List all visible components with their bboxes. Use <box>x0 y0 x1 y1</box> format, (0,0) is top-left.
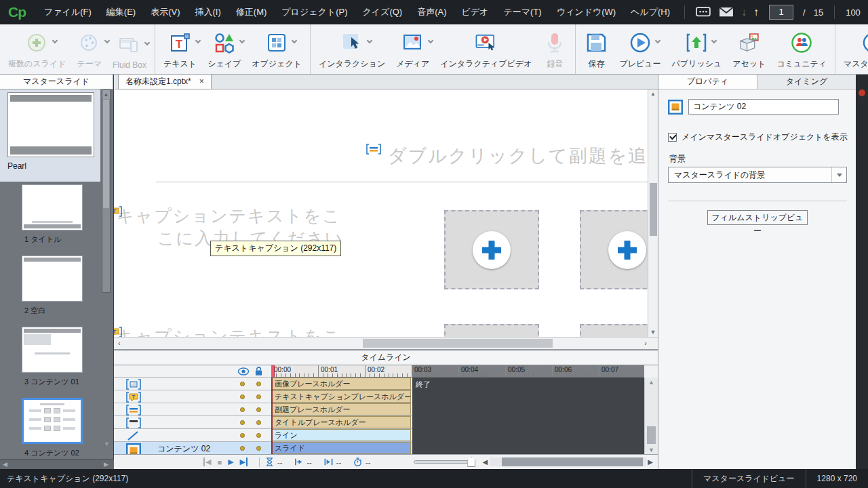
interactive-video-button[interactable]: インタラクティブビデオ <box>435 24 537 74</box>
stop-button[interactable]: ■ <box>217 458 222 466</box>
document-tab[interactable]: 名称未設定1.cptx* × <box>118 75 212 89</box>
visibility-dot[interactable] <box>240 394 245 399</box>
lock-dot[interactable] <box>256 446 261 451</box>
timeline-object-bar[interactable]: スライド <box>271 442 411 454</box>
play-button[interactable]: ▶ <box>228 458 233 466</box>
panel-indicator-icon[interactable] <box>859 89 865 96</box>
timeline-object-bar[interactable]: 副題プレースホルダー <box>271 403 411 415</box>
scroll-down-icon[interactable]: ▼ <box>648 329 658 336</box>
stopwatch-counter[interactable]: -- <box>353 458 370 466</box>
play-range-counter[interactable]: -- <box>324 458 341 466</box>
community-button[interactable]: コミュニティ <box>771 24 832 74</box>
menu-item[interactable]: 挿入(I) <box>188 0 229 24</box>
menu-item[interactable]: ファイル(F) <box>37 0 99 24</box>
canvas-vscrollbar[interactable]: ▲ ▼ <box>648 89 658 337</box>
scrollbar-thumb[interactable] <box>650 183 657 236</box>
menu-item[interactable]: ビデオ <box>454 0 496 24</box>
master-slide-pearl[interactable]: Pearl <box>0 89 100 182</box>
lock-dot[interactable] <box>256 407 261 412</box>
scroll-left-icon[interactable]: ‹ <box>118 339 121 347</box>
caption-placeholder-partial[interactable]: T キャプションテキストをこ <box>117 325 341 337</box>
menu-item[interactable]: 修正(M) <box>229 0 275 24</box>
lock-dot[interactable] <box>256 394 261 399</box>
play-from-counter[interactable]: -- <box>294 458 311 466</box>
slide-thumbnail[interactable] <box>22 256 83 302</box>
visibility-dot[interactable] <box>240 433 245 438</box>
chevron-down-icon[interactable] <box>292 38 297 43</box>
slide-canvas[interactable]: ダブルクリックして副題を追加 T キャプションテキストをこ こに入力してください… <box>114 89 648 337</box>
slide-name-field[interactable]: コンテンツ 02 <box>688 99 839 115</box>
scroll-up-icon[interactable]: ▲ <box>645 379 658 386</box>
publish-button[interactable]: パブリッシュ <box>667 24 728 74</box>
master-slide-panel-tab[interactable]: マスタースライド <box>0 75 113 89</box>
shapes-button[interactable]: シェイプ <box>202 24 246 74</box>
lock-icon[interactable] <box>255 367 262 376</box>
menu-item[interactable]: 音声(A) <box>410 0 454 24</box>
media-button[interactable]: メディア <box>391 24 435 74</box>
scrollbar-thumb[interactable] <box>647 426 656 444</box>
slide-thumbnail[interactable] <box>22 398 83 444</box>
timeline-vscrollbar[interactable]: ▲ ▼ <box>644 378 658 455</box>
scroll-up-icon[interactable]: ▲ <box>648 89 658 99</box>
preview-button[interactable]: プレビュー <box>614 24 666 74</box>
objects-button[interactable]: オブジェクト <box>246 24 307 74</box>
timeline-object-bar[interactable]: テキストキャプションプレースホルダー <box>271 390 411 403</box>
canvas-hscrollbar[interactable]: ‹ › <box>114 337 658 350</box>
visibility-dot[interactable] <box>240 446 245 451</box>
visibility-eye-icon[interactable] <box>237 367 250 375</box>
slide-thumbnail[interactable] <box>22 327 83 373</box>
chevron-down-icon[interactable] <box>195 38 200 43</box>
view-mode-label[interactable]: マスタースライドビュー <box>692 469 806 488</box>
slider-knob[interactable] <box>467 457 475 467</box>
tab-close-icon[interactable]: × <box>199 75 204 89</box>
image-placeholder-box[interactable] <box>444 210 539 289</box>
master-slide-thumbnail-item[interactable]: 2 空白 <box>0 254 114 325</box>
image-placeholder-box[interactable] <box>444 324 539 337</box>
zoom-slider[interactable] <box>414 460 473 464</box>
scroll-up-icon[interactable]: ▲ <box>102 90 110 99</box>
background-dropdown[interactable]: マスタースライドの背景 <box>668 167 847 183</box>
add-plus-icon[interactable] <box>473 231 511 269</box>
timeline-object-bar[interactable]: 画像プレースホルダー <box>271 378 411 390</box>
caption-placeholder-line1[interactable]: キャプションテキストをこ <box>117 205 344 227</box>
tab-properties[interactable]: プロパティ <box>658 75 757 89</box>
timeline-object-bar[interactable]: ライン <box>271 429 411 441</box>
show-main-objects-row[interactable]: メインマスタースライドオブジェクトを表示 <box>668 131 848 143</box>
chevron-down-icon[interactable] <box>52 38 57 43</box>
menu-item[interactable]: プロジェクト(P) <box>274 0 355 24</box>
mail-icon[interactable] <box>719 6 734 18</box>
scroll-right-icon[interactable]: › <box>644 339 647 347</box>
master-slide-thumbnail-item[interactable]: 4 コンテンツ 02 <box>0 396 114 468</box>
download-arrow-icon[interactable]: ↓ <box>741 6 747 18</box>
lock-dot[interactable] <box>256 433 261 438</box>
scroll-left-icon[interactable]: ◀ <box>480 458 490 466</box>
scrollbar-thumb[interactable] <box>363 339 553 348</box>
interactions-button[interactable]: インタラクション <box>313 24 391 74</box>
lock-dot[interactable] <box>256 420 261 425</box>
slide-thumbnail[interactable] <box>22 184 83 230</box>
image-placeholder-box[interactable] <box>580 210 648 289</box>
chevron-down-icon[interactable] <box>239 38 244 43</box>
menu-item[interactable]: ヘルプ(H) <box>623 0 677 24</box>
caption-placeholder-line1[interactable]: キャプションテキストをこ <box>117 325 341 337</box>
save-button[interactable]: 保存 <box>578 24 614 74</box>
visibility-dot[interactable] <box>240 407 245 412</box>
subtitle-placeholder[interactable]: ダブルクリックして副題を追加 <box>366 144 648 168</box>
scrollbar-thumb[interactable] <box>502 458 642 466</box>
timeline-object-bar[interactable]: タイトルプレースホルダー <box>271 416 411 428</box>
menu-item[interactable]: クイズ(Q) <box>355 0 410 24</box>
master-slide-thumbnail-item[interactable]: 1 タイトル <box>0 183 114 254</box>
chevron-down-icon[interactable] <box>144 40 150 45</box>
go-to-start-button[interactable]: ◀ <box>203 458 211 466</box>
timeline-hscrollbar[interactable]: ◀ ▶ <box>480 457 655 467</box>
add-plus-icon[interactable] <box>608 231 646 269</box>
menu-item[interactable]: 表示(V) <box>143 0 187 24</box>
menu-item[interactable]: テーマ(T) <box>496 0 549 24</box>
review-icon[interactable] <box>696 6 711 18</box>
checkbox-checked-icon[interactable] <box>668 133 677 142</box>
lock-dot[interactable] <box>256 382 261 386</box>
dropdown-arrow-icon[interactable] <box>831 167 846 182</box>
scroll-right-icon[interactable]: ▶ <box>104 461 108 468</box>
chevron-down-icon[interactable] <box>367 38 372 43</box>
subtitle-placeholder-text[interactable]: ダブルクリックして副題を追加 <box>388 144 648 168</box>
